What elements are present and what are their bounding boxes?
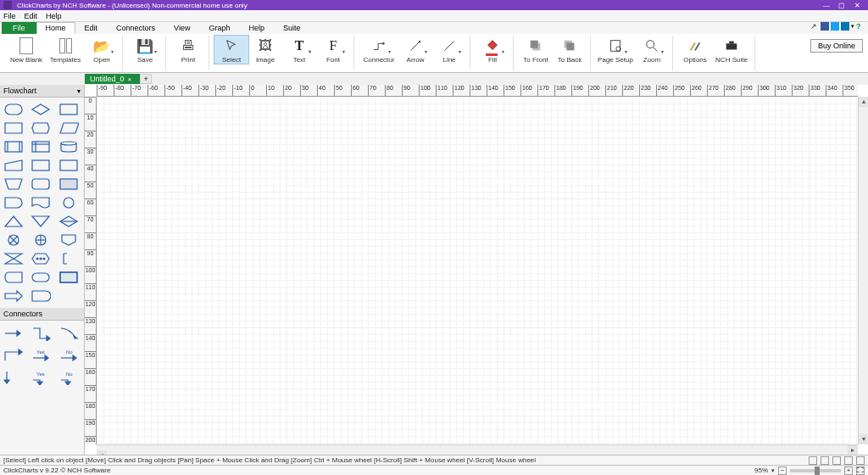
font-button[interactable]: F▾Font [316, 36, 350, 64]
to-back-button[interactable]: To Back [553, 36, 587, 64]
menu-file[interactable]: File [3, 12, 16, 20]
horizontal-scrollbar[interactable]: ◂ ▸ [97, 444, 858, 455]
scroll-up-icon[interactable]: ▴ [859, 97, 868, 107]
save-button[interactable]: 💾▾Save [128, 36, 162, 64]
shape-tape[interactable] [58, 271, 79, 284]
to-front-button[interactable]: To Front [519, 36, 553, 64]
tab-suite[interactable]: Suite [274, 22, 310, 34]
shape-data[interactable] [58, 121, 79, 135]
shape-manual-input[interactable] [3, 159, 24, 172]
shape-rounded[interactable] [31, 177, 51, 191]
shape-loop[interactable] [31, 252, 51, 265]
shape-doc[interactable] [31, 196, 51, 210]
scroll-down-icon[interactable]: ▾ [859, 434, 868, 444]
nch-suite-button[interactable]: NCH Suite [712, 36, 751, 64]
shape-capsule[interactable] [31, 289, 51, 303]
fill-button[interactable]: ▾Fill [476, 36, 509, 64]
canvas[interactable] [97, 97, 858, 444]
conn-no2[interactable]: No [59, 370, 80, 385]
select-button[interactable]: Select [214, 36, 248, 64]
image-button[interactable]: 🖼Image [248, 36, 282, 64]
zoom-out-button[interactable]: − [778, 467, 787, 475]
shape-rect3[interactable] [58, 159, 79, 172]
shape-terminator[interactable] [3, 103, 24, 116]
linkedin-icon[interactable] [841, 22, 849, 31]
vertical-scrollbar[interactable]: ▴ ▾ [858, 97, 868, 444]
templates-button[interactable]: Templates [46, 36, 85, 64]
line-button[interactable]: ▾Line [432, 36, 466, 64]
shape-manual-op[interactable] [3, 177, 24, 191]
buy-online-button[interactable]: Buy Online [810, 39, 863, 53]
shape-pill[interactable] [31, 271, 51, 284]
zoom-dropdown-icon[interactable]: ▾ [771, 467, 775, 474]
shape-connector-circle[interactable] [58, 196, 79, 210]
flowchart-panel-header[interactable]: Flowchart▾ [0, 85, 84, 98]
shape-bracket[interactable] [58, 252, 79, 265]
connectors-panel-header[interactable]: Connectors [0, 308, 84, 321]
shape-stored[interactable] [3, 271, 24, 284]
zoom-fit-button[interactable]: ⛶ [856, 467, 865, 475]
shape-merge[interactable] [31, 215, 51, 228]
zoom-in-button[interactable]: + [844, 467, 853, 475]
dropdown-icon[interactable]: ▾ [851, 23, 854, 30]
tool-icon-4[interactable] [844, 456, 853, 465]
close-tab-icon[interactable]: × [128, 75, 132, 83]
conn-straight[interactable] [3, 326, 24, 341]
menu-edit[interactable]: Edit [25, 12, 38, 20]
close-button[interactable]: ✕ [849, 2, 865, 9]
shape-shadow[interactable] [58, 177, 79, 191]
shape-rect2[interactable] [31, 159, 51, 172]
shape-extract[interactable] [3, 215, 24, 228]
open-button[interactable]: 📂▾Open [85, 36, 119, 64]
conn-curved[interactable] [59, 326, 80, 341]
tab-home[interactable]: Home [36, 22, 75, 34]
shape-delay[interactable] [3, 196, 24, 210]
zoom-button[interactable]: ▾Zoom [635, 36, 669, 64]
conn-elbow2[interactable] [3, 348, 24, 363]
tab-help[interactable]: Help [239, 22, 274, 34]
tool-icon-1[interactable] [809, 456, 817, 465]
minimize-button[interactable]: — [819, 2, 834, 9]
conn-no[interactable]: No [59, 348, 80, 363]
arrow-button[interactable]: ▾Arrow [398, 36, 432, 64]
menu-help[interactable]: Help [46, 12, 62, 20]
scroll-right-icon[interactable]: ▸ [848, 445, 858, 455]
page-setup-button[interactable]: ▾Page Setup [596, 36, 635, 64]
shape-card[interactable] [3, 121, 24, 135]
tab-edit[interactable]: Edit [75, 22, 108, 34]
tab-view[interactable]: View [164, 22, 199, 34]
shape-predefined[interactable] [3, 140, 24, 154]
tool-icon-2[interactable] [821, 456, 829, 465]
tab-graph[interactable]: Graph [199, 22, 239, 34]
new-blank-button[interactable]: New Blank [7, 36, 46, 64]
shape-display[interactable] [31, 121, 51, 135]
connector-button[interactable]: ▾Connector [359, 36, 398, 64]
text-button[interactable]: T▾Text [282, 36, 316, 64]
document-tab[interactable]: Untitled_0× [85, 74, 140, 84]
shape-process[interactable] [58, 103, 79, 116]
twitter-icon[interactable] [831, 22, 839, 31]
share-icon[interactable]: ↗ [810, 22, 819, 31]
shape-arrow-right[interactable] [3, 289, 24, 303]
shape-sort[interactable] [58, 215, 79, 228]
shape-database[interactable] [58, 140, 79, 154]
tool-icon-3[interactable] [832, 456, 841, 465]
shape-collate[interactable] [3, 252, 24, 265]
conn-down[interactable] [3, 370, 24, 385]
shape-sum[interactable] [3, 233, 24, 247]
conn-yes[interactable]: Yes [31, 348, 52, 363]
help-icon[interactable]: ? [856, 22, 865, 31]
zoom-slider[interactable] [790, 469, 841, 472]
shape-offpage[interactable] [58, 233, 79, 247]
conn-yes2[interactable]: Yes [31, 370, 52, 385]
conn-elbow[interactable] [31, 326, 52, 341]
shape-internal[interactable] [31, 140, 51, 154]
tab-file[interactable]: File [2, 22, 36, 34]
add-tab-button[interactable]: + [140, 74, 152, 84]
facebook-icon[interactable] [821, 22, 829, 31]
shape-decision[interactable] [31, 103, 51, 116]
tab-connectors[interactable]: Connectors [107, 22, 164, 34]
tool-icon-5[interactable] [856, 456, 865, 465]
shape-or[interactable] [31, 233, 51, 247]
maximize-button[interactable]: ▢ [834, 2, 849, 9]
